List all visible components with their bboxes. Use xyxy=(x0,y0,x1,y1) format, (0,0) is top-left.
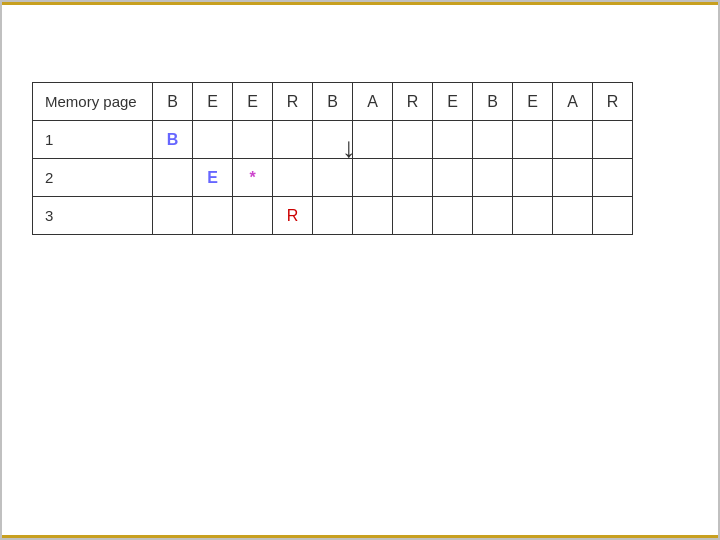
bottom-border-line xyxy=(2,535,718,538)
cell-1-9 xyxy=(513,159,553,197)
cell-0-3 xyxy=(273,121,313,159)
cell-1-0 xyxy=(153,159,193,197)
cell-2-10 xyxy=(553,197,593,235)
row-label-2: 3 xyxy=(33,197,153,235)
cell-2-2 xyxy=(233,197,273,235)
header-cell-10: A xyxy=(553,83,593,121)
cell-2-6 xyxy=(393,197,433,235)
cell-1-11 xyxy=(593,159,633,197)
lru-table-wrapper: Memory pageBEERBAREBEAR1B2E*3R xyxy=(32,82,688,235)
table-header-row: Memory pageBEERBAREBEAR xyxy=(33,83,633,121)
cell-1-6 xyxy=(393,159,433,197)
cell-2-0 xyxy=(153,197,193,235)
cell-2-5 xyxy=(353,197,393,235)
cell-0-7 xyxy=(433,121,473,159)
table-row-2: 3R xyxy=(33,197,633,235)
cell-1-4 xyxy=(313,159,353,197)
header-cell-9: E xyxy=(513,83,553,121)
cell-2-4 xyxy=(313,197,353,235)
header-cell-4: B xyxy=(313,83,353,121)
cell-1-8 xyxy=(473,159,513,197)
header-cell-11: R xyxy=(593,83,633,121)
header-cell-2: E xyxy=(233,83,273,121)
slide-container: ↓ Memory pageBEERBAREBEAR1B2E*3R xyxy=(0,0,720,540)
cell-0-11 xyxy=(593,121,633,159)
cell-2-8 xyxy=(473,197,513,235)
cell-0-0: B xyxy=(153,121,193,159)
cell-2-3: R xyxy=(273,197,313,235)
cell-1-3 xyxy=(273,159,313,197)
cell-0-5 xyxy=(353,121,393,159)
memory-page-label: Memory page xyxy=(33,83,153,121)
header-cell-7: E xyxy=(433,83,473,121)
cell-1-7 xyxy=(433,159,473,197)
cell-0-8 xyxy=(473,121,513,159)
cell-0-2 xyxy=(233,121,273,159)
cell-2-7 xyxy=(433,197,473,235)
cell-2-1 xyxy=(193,197,233,235)
top-border-line xyxy=(2,2,718,5)
cell-1-10 xyxy=(553,159,593,197)
cell-1-1: E xyxy=(193,159,233,197)
header-cell-5: A xyxy=(353,83,393,121)
table-row-1: 2E* xyxy=(33,159,633,197)
cell-1-2: * xyxy=(233,159,273,197)
lru-table: Memory pageBEERBAREBEAR1B2E*3R xyxy=(32,82,633,235)
header-cell-6: R xyxy=(393,83,433,121)
header-cell-1: E xyxy=(193,83,233,121)
cell-2-11 xyxy=(593,197,633,235)
arrow-indicator: ↓ xyxy=(342,132,356,164)
row-label-0: 1 xyxy=(33,121,153,159)
header-cell-0: B xyxy=(153,83,193,121)
cell-1-5 xyxy=(353,159,393,197)
cell-0-10 xyxy=(553,121,593,159)
cell-0-9 xyxy=(513,121,553,159)
row-label-1: 2 xyxy=(33,159,153,197)
cell-2-9 xyxy=(513,197,553,235)
cell-0-1 xyxy=(193,121,233,159)
cell-0-6 xyxy=(393,121,433,159)
header-cell-3: R xyxy=(273,83,313,121)
header-cell-8: B xyxy=(473,83,513,121)
table-row-0: 1B xyxy=(33,121,633,159)
